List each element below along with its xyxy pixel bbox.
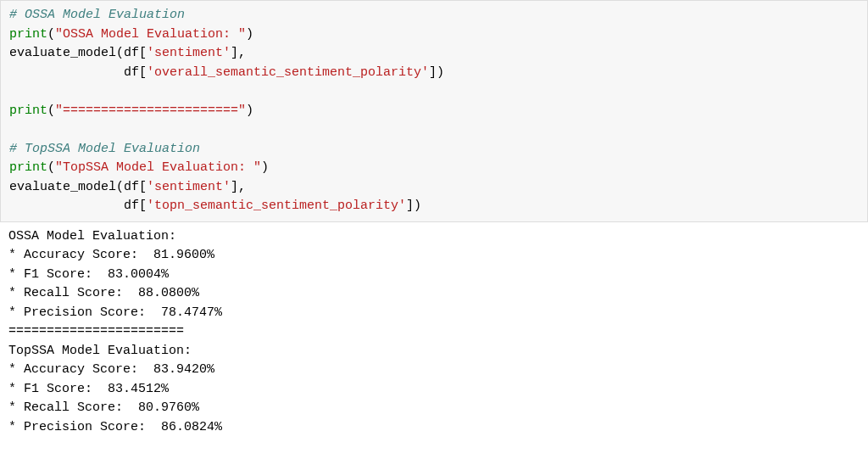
print-fn: print: [9, 27, 47, 42]
paren-close-2: ): [246, 104, 253, 118]
sentiment-key-2: 'sentiment': [147, 180, 231, 194]
output-line: * Recall Score: 80.9760%: [8, 400, 199, 415]
df-open-2: (df[: [116, 180, 147, 194]
indent-df-2: df[: [9, 199, 147, 213]
paren-open: (: [47, 27, 55, 42]
output-line: =======================: [8, 324, 184, 339]
close-bracket-paren-2: ]): [406, 199, 421, 213]
sentiment-key: 'sentiment': [147, 46, 231, 60]
output-line: * Accuracy Score: 83.9420%: [8, 362, 214, 377]
code-cell: # OSSA Model Evaluation print("OSSA Mode…: [0, 0, 868, 222]
print-fn-2: print: [9, 104, 47, 118]
output-line: * Recall Score: 88.0800%: [8, 286, 199, 300]
string-topssa-title: "TopSSA Model Evaluation: ": [55, 160, 261, 175]
print-fn-3: print: [9, 160, 47, 175]
paren-close: ): [246, 27, 253, 42]
paren-close-3: ): [261, 160, 269, 175]
close-bracket-comma-2: ],: [231, 180, 246, 194]
output-line: * Precision Score: 78.4747%: [8, 305, 222, 320]
output-line: * Precision Score: 86.0824%: [8, 420, 222, 434]
df-open: (df[: [116, 46, 147, 60]
output-line: TopSSA Model Evaluation:: [8, 344, 199, 358]
output-line: OSSA Model Evaluation:: [8, 229, 184, 243]
output-line: * Accuracy Score: 81.9600%: [8, 248, 214, 262]
topssa-polarity-key: 'topn_semantic_sentiment_polarity': [147, 199, 406, 213]
output-line: * F1 Score: 83.0004%: [8, 267, 169, 282]
comment-topssa: # TopSSA Model Evaluation: [9, 142, 200, 156]
paren-open-3: (: [47, 160, 55, 175]
notebook-container: # OSSA Model Evaluation print("OSSA Mode…: [0, 0, 868, 442]
eval-fn-2: evaluate_model: [9, 180, 116, 194]
ossa-polarity-key: 'overall_semantic_sentiment_polarity': [147, 65, 429, 80]
output-cell: OSSA Model Evaluation: * Accuracy Score:…: [0, 226, 868, 443]
comment-ossa: # OSSA Model Evaluation: [9, 8, 185, 22]
indent-df: df[: [9, 65, 147, 80]
string-ossa-title: "OSSA Model Evaluation: ": [55, 27, 246, 42]
eval-fn: evaluate_model: [9, 46, 116, 60]
string-separator: "=======================": [55, 104, 246, 118]
close-bracket-comma: ],: [231, 46, 246, 60]
output-line: * F1 Score: 83.4512%: [8, 382, 169, 396]
paren-open-2: (: [47, 104, 55, 118]
close-bracket-paren: ]): [429, 65, 444, 80]
